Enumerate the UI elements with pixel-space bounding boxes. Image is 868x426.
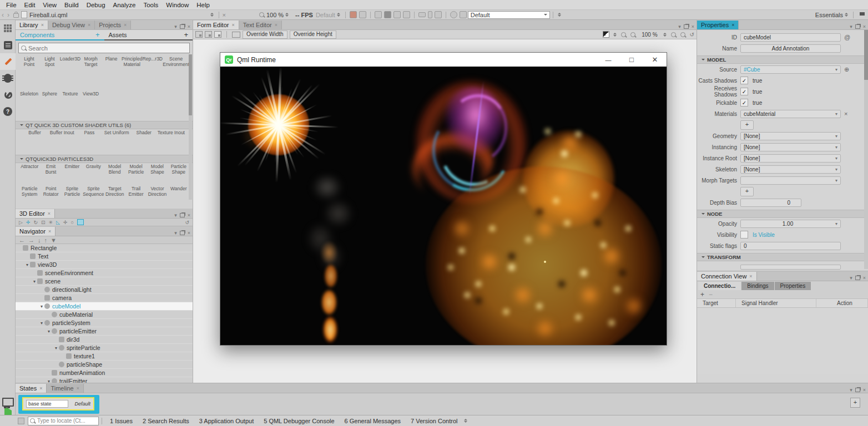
- menu-item-build[interactable]: Build: [60, 2, 83, 8]
- mode-edit[interactable]: [0, 37, 16, 53]
- add-entry-button[interactable]: +: [740, 120, 754, 130]
- snap-anchor-icon-2[interactable]: [205, 31, 212, 38]
- library-item[interactable]: Particle Shape: [168, 164, 189, 186]
- nav-back-icon[interactable]: ‹: [0, 11, 6, 19]
- base-state-card[interactable]: Default: [18, 395, 99, 414]
- tab-form-editor[interactable]: Form Editor×: [193, 21, 239, 29]
- tree-item-Text[interactable]: Text: [16, 252, 193, 261]
- zoom-value[interactable]: 100 %: [266, 12, 284, 18]
- library-item[interactable]: Set Uniform: [103, 130, 130, 155]
- tab-text-editor[interactable]: Text Editor×: [239, 21, 282, 29]
- id-field[interactable]: cubeModel: [740, 33, 841, 42]
- override-width-button[interactable]: Override Width: [243, 31, 287, 39]
- output-pane-button[interactable]: 3 Application Output: [194, 418, 259, 424]
- reset-zoom-icon[interactable]: ↺: [690, 32, 694, 38]
- menu-item-window[interactable]: Window: [162, 2, 193, 8]
- library-section-header[interactable]: QTQUICK3D PARTICLES3D: [16, 155, 193, 163]
- library-item[interactable]: Emitter: [62, 164, 83, 186]
- expander-icon[interactable]: ▾: [39, 321, 44, 326]
- add-state-button[interactable]: +: [850, 398, 860, 408]
- library-item[interactable]: Model Blend: [104, 164, 125, 186]
- toolbar-icon-8[interactable]: [428, 11, 432, 18]
- library-item[interactable]: Attractor: [19, 164, 40, 186]
- mode-welcome[interactable]: [0, 20, 16, 37]
- library-item[interactable]: Buffer Inout: [48, 130, 75, 155]
- zoom-spinner[interactable]: [285, 11, 289, 18]
- zoom-fit-icon[interactable]: [671, 32, 676, 37]
- tab-components[interactable]: Components+: [16, 30, 104, 40]
- fit-view-icon[interactable]: ✳: [49, 220, 53, 225]
- property-dropdown[interactable]: [None]▾: [740, 165, 841, 174]
- add-connection-icon[interactable]: +: [700, 291, 704, 298]
- qml-runtime-window[interactable]: Qr Qml Runtime — □ ✕: [220, 52, 667, 346]
- connection-subtab-2[interactable]: Properties: [775, 282, 811, 290]
- add-entry-button[interactable]: +: [740, 187, 754, 196]
- tree-item-dir3d[interactable]: dir3d: [16, 336, 193, 344]
- menu-item-help[interactable]: Help: [193, 2, 214, 8]
- mode-projects[interactable]: [0, 87, 16, 103]
- toolbar-icon-7[interactable]: [418, 12, 426, 17]
- library-item[interactable]: Pass: [75, 130, 103, 155]
- export-alias-icon[interactable]: @: [844, 34, 850, 40]
- panel-menu-icon[interactable]: ▾: [174, 212, 177, 218]
- zoom-out-icon[interactable]: [621, 32, 626, 37]
- tab-connection-view[interactable]: Connection View×: [697, 272, 757, 281]
- mode-design[interactable]: [0, 53, 16, 70]
- light-icon[interactable]: ○: [71, 220, 74, 225]
- move-right-icon[interactable]: →: [28, 237, 34, 244]
- output-pane-button[interactable]: 6 General Messages: [340, 418, 406, 424]
- library-item[interactable]: Model Particle: [125, 164, 147, 186]
- remove-connection-icon[interactable]: −: [709, 291, 713, 298]
- library-item[interactable]: Scene Environment: [163, 57, 189, 92]
- bounds-icon[interactable]: [232, 32, 240, 38]
- library-item[interactable]: Sprite Sequence: [83, 186, 104, 209]
- property-dropdown[interactable]: 1.00▾: [740, 220, 841, 228]
- checkbox[interactable]: ✓: [740, 99, 748, 106]
- add-annotation-button[interactable]: Add Annotation: [740, 44, 841, 53]
- style-selector[interactable]: Default: [468, 11, 550, 19]
- connection-subtab-1[interactable]: Bindings: [741, 282, 774, 290]
- snap-anchor-icon-3[interactable]: [214, 31, 221, 38]
- tab-assets[interactable]: Assets+: [104, 30, 193, 40]
- library-search-input[interactable]: Search: [18, 43, 190, 53]
- checkbox[interactable]: ✓: [740, 77, 748, 84]
- property-dropdown[interactable]: [None]▾: [740, 143, 841, 151]
- library-item[interactable]: Principled Material: [122, 57, 142, 92]
- library-item[interactable]: Morph Target: [80, 57, 101, 92]
- toolbar-icon-6[interactable]: [403, 11, 410, 18]
- minimize-button[interactable]: —: [597, 53, 620, 67]
- snap-icon[interactable]: ✛: [63, 220, 68, 225]
- nav-forward-icon[interactable]: ›: [6, 11, 11, 19]
- section-model[interactable]: MODEL: [697, 55, 868, 64]
- reset-view-icon[interactable]: ↺: [185, 220, 189, 225]
- scale-tool-icon[interactable]: ⊡: [41, 220, 46, 225]
- tree-item-particleEmitter[interactable]: ▾particleEmitter: [16, 327, 193, 336]
- connection-subtab-0[interactable]: Connectio...: [698, 282, 741, 290]
- section-transform[interactable]: TRANSFORM: [697, 253, 868, 261]
- tab-3d-editor[interactable]: 3D Editor×: [16, 209, 55, 218]
- tree-item-view3D[interactable]: ▾view3D: [16, 261, 193, 269]
- tab-projects[interactable]: Projects×: [95, 21, 131, 29]
- move-tool-icon[interactable]: ✛: [26, 220, 31, 225]
- menu-item-tools[interactable]: Tools: [139, 2, 162, 8]
- column-header-signal-handler[interactable]: Signal Handler: [736, 299, 816, 307]
- state-name-input[interactable]: [26, 400, 68, 408]
- toolbar-icon-10[interactable]: [450, 11, 457, 18]
- tab-debug-view[interactable]: Debug View×: [48, 21, 95, 29]
- runtime-title-bar[interactable]: Qr Qml Runtime — □ ✕: [220, 53, 667, 67]
- close-document-icon[interactable]: ×: [222, 12, 225, 18]
- menu-item-analyze[interactable]: Analyze: [109, 2, 140, 8]
- menu-item-view[interactable]: View: [39, 2, 60, 8]
- library-item[interactable]: Loader3D: [60, 57, 80, 92]
- tab-navigator[interactable]: Navigator×: [16, 227, 55, 236]
- tree-item-particleShape[interactable]: particleShape: [16, 361, 193, 369]
- toolbar-icon-4[interactable]: [384, 11, 391, 18]
- tree-item-scene[interactable]: ▾scene: [16, 277, 193, 286]
- kit-selector[interactable]: Essentials: [815, 12, 843, 18]
- library-item[interactable]: Emit Burst: [40, 164, 61, 186]
- library-item[interactable]: Sprite Particle: [62, 186, 83, 209]
- connection-table-body[interactable]: [697, 308, 868, 374]
- toolbar-icon-5[interactable]: [393, 11, 401, 18]
- property-dropdown[interactable]: #Cube▾: [740, 65, 841, 74]
- menu-item-file[interactable]: File: [2, 2, 21, 8]
